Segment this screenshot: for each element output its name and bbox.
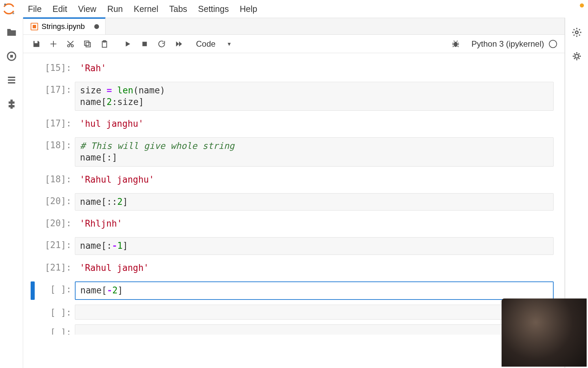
cell-output: 'Rhljnh' xyxy=(75,215,554,232)
code-cell[interactable]: [21]:name[:-1] xyxy=(31,237,554,255)
cell-output: 'Rah' xyxy=(75,60,554,77)
cell-prompt: [17]: xyxy=(35,82,75,95)
extensions-icon[interactable] xyxy=(6,98,17,110)
code-input[interactable] xyxy=(75,324,554,335)
cell-output: 'hul janghu' xyxy=(75,116,554,133)
output-cell: [21]:'Rahul jangh' xyxy=(31,260,554,277)
kernel-status-idle-icon[interactable] xyxy=(549,40,557,48)
notebook-tab[interactable]: Strings.ipynb xyxy=(23,17,105,34)
menu-file[interactable]: File xyxy=(22,3,47,15)
svg-rect-3 xyxy=(10,55,13,58)
svg-rect-10 xyxy=(143,42,147,46)
cell-prompt: [21]: xyxy=(35,237,75,250)
code-input[interactable]: name[::2] xyxy=(75,193,554,211)
svg-rect-7 xyxy=(84,41,89,45)
code-cell[interactable]: [ ]: xyxy=(31,324,554,335)
tabstrip: Strings.ipynb xyxy=(23,18,565,35)
code-input[interactable] xyxy=(75,305,554,320)
window-indicator-dot xyxy=(580,3,584,7)
cut-button[interactable] xyxy=(63,37,78,51)
svg-point-0 xyxy=(4,3,6,5)
settings-gear-icon[interactable] xyxy=(571,27,583,38)
menu-run[interactable]: Run xyxy=(102,3,128,15)
menu-tabs[interactable]: Tabs xyxy=(164,3,193,15)
menubar: File Edit View Run Kernel Tabs Settings … xyxy=(0,0,588,18)
add-cell-button[interactable] xyxy=(46,37,61,51)
menu-view[interactable]: View xyxy=(72,3,102,15)
toc-icon[interactable] xyxy=(6,74,17,86)
output-cell: [17]:'hul janghu' xyxy=(31,116,554,133)
notebook-icon xyxy=(31,23,38,30)
cell-prompt: [18]: xyxy=(35,137,75,150)
cell-prompt: [ ]: xyxy=(35,324,75,335)
main-panel: Strings.ipynb xyxy=(23,18,565,368)
code-input[interactable]: name[:-1] xyxy=(75,237,554,255)
jupyter-logo xyxy=(2,2,16,16)
output-cell: [15]:'Rah' xyxy=(31,60,554,77)
code-input[interactable]: # This will give whole string name[:] xyxy=(75,137,554,167)
cell-prompt: [20]: xyxy=(35,193,75,206)
run-all-button[interactable] xyxy=(171,37,186,51)
notebook-area[interactable]: [15]:'Rah'[17]:size = len(name) name[2:s… xyxy=(23,53,565,368)
code-cell[interactable]: [17]:size = len(name) name[2:size] xyxy=(31,82,554,111)
cell-prompt: [15]: xyxy=(35,60,75,73)
unsaved-indicator xyxy=(94,24,99,29)
debug-gear-icon[interactable] xyxy=(571,50,583,62)
running-icon[interactable] xyxy=(6,50,17,62)
svg-point-13 xyxy=(575,55,578,58)
cell-prompt: [21]: xyxy=(35,260,75,273)
svg-point-11 xyxy=(454,42,457,47)
tab-title: Strings.ipynb xyxy=(42,22,85,31)
svg-rect-6 xyxy=(86,42,91,47)
code-input[interactable]: size = len(name) name[2:size] xyxy=(75,82,554,111)
kernel-name[interactable]: Python 3 (ipykernel) xyxy=(472,39,544,49)
cell-prompt: [ ]: xyxy=(35,281,75,294)
code-cell[interactable]: [20]:name[::2] xyxy=(31,193,554,211)
cell-prompt: [17]: xyxy=(35,116,75,128)
code-cell[interactable]: [18]:# This will give whole string name[… xyxy=(31,137,554,167)
menu-settings[interactable]: Settings xyxy=(193,3,234,15)
run-button[interactable] xyxy=(120,37,135,51)
svg-point-12 xyxy=(575,31,578,34)
celltype-select[interactable]: Code ▾ xyxy=(193,39,234,49)
svg-point-1 xyxy=(12,12,14,14)
cell-output: 'Rahul jangh' xyxy=(75,260,554,277)
output-cell: [18]:'Rahul janghu' xyxy=(31,171,554,188)
menu-help[interactable]: Help xyxy=(234,3,262,15)
notebook-toolbar: Code ▾ Python 3 (ipykernel) xyxy=(23,35,565,53)
code-input[interactable]: name[-2] xyxy=(75,281,554,300)
cell-prompt: [18]: xyxy=(35,171,75,184)
folder-icon[interactable] xyxy=(6,27,17,38)
paste-button[interactable] xyxy=(97,37,112,51)
cell-prompt: [ ]: xyxy=(35,305,75,318)
celltype-value: Code xyxy=(196,39,215,49)
copy-button[interactable] xyxy=(80,37,95,51)
cell-prompt: [20]: xyxy=(35,215,75,228)
restart-button[interactable] xyxy=(154,37,169,51)
save-button[interactable] xyxy=(29,37,44,51)
chevron-down-icon: ▾ xyxy=(228,40,231,48)
left-sidebar xyxy=(0,18,23,368)
cell-output: 'Rahul janghu' xyxy=(75,171,554,188)
menu-kernel[interactable]: Kernel xyxy=(128,3,164,15)
output-cell: [20]:'Rhljnh' xyxy=(31,215,554,232)
code-cell[interactable]: [ ]:name[-2] xyxy=(31,281,554,300)
code-cell[interactable]: [ ]: xyxy=(31,305,554,320)
menu-edit[interactable]: Edit xyxy=(47,3,72,15)
stop-button[interactable] xyxy=(137,37,152,51)
debugger-icon[interactable] xyxy=(448,37,463,51)
webcam-overlay xyxy=(502,298,587,367)
